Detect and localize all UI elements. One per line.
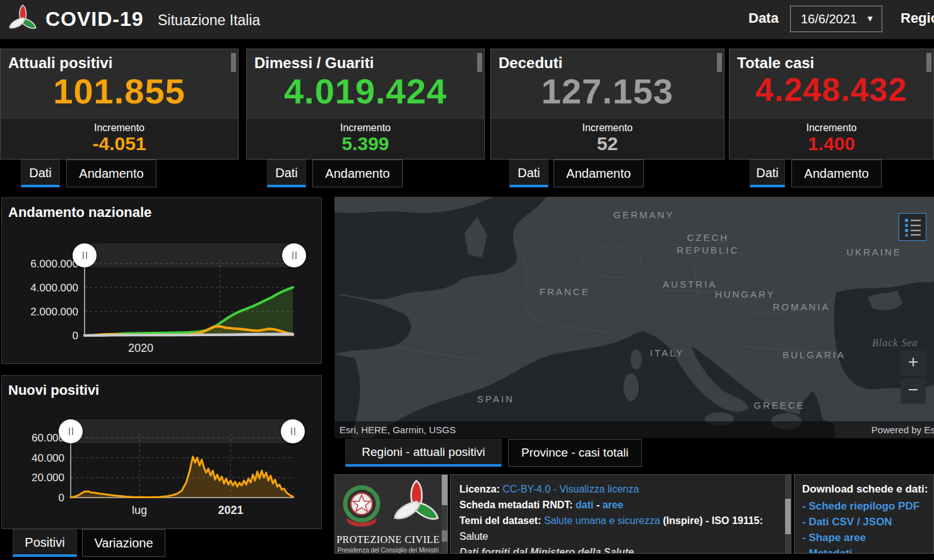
time-slider-handle-left[interactable]	[59, 419, 83, 443]
map-label-germany: GERMANY	[613, 209, 675, 221]
page-subtitle: Situazione Italia	[158, 12, 260, 29]
tab-andamento-totale[interactable]: Andamento	[791, 160, 882, 187]
svg-text:6.000.000: 6.000.000	[30, 258, 78, 270]
increment-value: -4.051	[1, 134, 238, 154]
tab-dati-deceduti[interactable]: Dati	[509, 160, 548, 187]
protezione-civile-logo-block: PROTEZIONE CIVILE Presidenza del Consigl…	[334, 474, 448, 554]
download-block: Download schede e dati: - Schede riepilo…	[794, 474, 934, 554]
legend-button[interactable]	[899, 213, 926, 241]
time-slider-handle-right[interactable]	[282, 243, 306, 267]
map-label-czech-republic: CZECH REPUBLIC	[677, 231, 739, 257]
map-label-france: FRANCE	[540, 286, 590, 298]
download-title: Download schede e dati:	[802, 481, 928, 497]
europe-map[interactable]: GERMANYCZECH REPUBLICUKRAINEFRANCEAUSTRI…	[334, 197, 934, 438]
tab-andamento-guariti[interactable]: Andamento	[312, 160, 403, 187]
increment-label: Incremento	[491, 122, 724, 134]
protezione-civile-logo-icon	[6, 4, 38, 35]
increment-label: Incremento	[1, 122, 238, 134]
tab-variazione[interactable]: Variazione	[82, 529, 165, 557]
svg-text:2.000.000: 2.000.000	[30, 306, 78, 318]
date-label: Data	[748, 10, 779, 26]
zoom-out-button[interactable]: −	[901, 378, 926, 404]
logo-title: PROTEZIONE CIVILE	[335, 534, 441, 545]
powered-by-esri: Powered by Esri	[872, 421, 934, 438]
card-increment-section: Incremento 1.400	[730, 118, 933, 159]
date-dropdown[interactable]: 16/6/2021 ▼	[790, 6, 882, 32]
svg-text:lug: lug	[132, 504, 147, 516]
card-attuali-positivi: Attuali positivi 101.855 Incremento -4.0…	[0, 49, 239, 160]
increment-value: 1.400	[730, 134, 933, 154]
zoom-in-button[interactable]: +	[901, 351, 926, 376]
time-slider-handle-right[interactable]	[281, 419, 305, 443]
map-label-spain: SPAIN	[477, 393, 514, 405]
map-attribution-bar: Esri, HERE, Garmin, USGS Powered by Esri	[334, 421, 934, 438]
license-info-block: Licenza: CC-BY-4.0 - Visualizza licenza …	[450, 474, 791, 554]
svg-text:20.000: 20.000	[32, 472, 64, 484]
tab-dati-totale[interactable]: Dati	[750, 160, 785, 187]
time-slider-track[interactable]	[71, 419, 293, 443]
dataset-suffix-plain: Salute	[459, 531, 488, 542]
download-link-shape-aree[interactable]: - Shape aree	[802, 530, 928, 545]
triblade-logo-icon	[389, 477, 441, 532]
panel-andamento-nazionale: Andamento nazionale 02.000.0004.000.0006…	[1, 197, 322, 364]
svg-text:40.000: 40.000	[32, 452, 64, 464]
svg-text:4.000.000: 4.000.000	[30, 282, 78, 294]
card-title: Deceduti	[499, 54, 562, 72]
chevron-down-icon: ▼	[866, 6, 874, 32]
italy-emblem-icon	[339, 479, 384, 533]
view-license-link[interactable]: Visualizza licenza	[560, 484, 639, 494]
download-link-dati-csv-json[interactable]: - Dati CSV / JSON	[802, 514, 928, 530]
svg-text:0: 0	[73, 330, 78, 342]
covid19-dashboard: COVID-19 Situazione Italia Data 16/6/202…	[0, 0, 934, 560]
scrollbar[interactable]	[442, 475, 447, 553]
card-value: 4.248.432	[730, 71, 933, 108]
tab-province-casi-totali[interactable]: Province - casi totali	[508, 439, 642, 467]
separator: -	[594, 499, 603, 510]
tab-dati-guariti[interactable]: Dati	[267, 160, 306, 187]
license-link[interactable]: CC-BY-4.0	[502, 484, 550, 494]
metadata-label: Scheda metadati RNDT:	[459, 499, 573, 510]
metadata-line: Scheda metadati RNDT: dati - aree	[459, 497, 786, 513]
card-value: 4.019.424	[247, 71, 484, 112]
card-scrollbar[interactable]	[231, 53, 236, 72]
card-value: 101.855	[1, 71, 238, 112]
map-label-black-sea: Black Sea	[872, 337, 918, 349]
provider-note: Dati forniti dal Ministero della Salute	[459, 544, 786, 554]
map-label-ukraine: UKRAINE	[846, 246, 902, 259]
svg-text:2020: 2020	[128, 342, 153, 354]
tab-positivi[interactable]: Positivi	[13, 529, 77, 557]
license-line: Licenza: CC-BY-4.0 - Visualizza licenza	[459, 481, 786, 497]
scrollbar[interactable]	[785, 475, 791, 553]
card-scrollbar[interactable]	[717, 53, 722, 72]
card-scrollbar[interactable]	[926, 53, 931, 72]
card-title: Totale casi	[737, 54, 814, 72]
dataset-label: Temi del dataset:	[459, 515, 541, 526]
metadata-aree-link[interactable]: aree	[603, 499, 624, 510]
time-slider-track[interactable]	[85, 243, 294, 267]
attribution-sources: Esri, HERE, Garmin, USGS	[340, 421, 456, 438]
metadata-dati-link[interactable]: dati	[576, 499, 593, 510]
map-label-greece: GREECE	[754, 399, 805, 412]
tab-andamento-attuali[interactable]: Andamento	[66, 160, 157, 187]
dataset-theme-link[interactable]: Salute umana e sicurezza	[544, 515, 660, 526]
tab-dati-attuali[interactable]: Dati	[21, 160, 60, 187]
tab-andamento-deceduti[interactable]: Andamento	[553, 160, 644, 187]
map-label-romania: ROMANIA	[773, 301, 831, 313]
card-scrollbar[interactable]	[477, 53, 482, 72]
region-label: Regione	[901, 10, 934, 26]
panel-nuovi-positivi: Nuovi positivi 020.00040.00060.000lug202…	[1, 375, 322, 529]
tab-regioni-attuali-positivi[interactable]: Regioni - attuali positivi	[345, 439, 502, 467]
time-slider-handle-left[interactable]	[73, 243, 97, 267]
chart-title: Andamento nazionale	[8, 204, 151, 221]
series-deceduti	[85, 334, 293, 335]
download-link-metadati[interactable]: - Metadati	[802, 545, 928, 554]
map-label-hungary: HUNGARY	[715, 288, 776, 301]
card-deceduti: Deceduti 127.153 Incremento 52	[490, 49, 724, 160]
date-value: 16/6/2021	[801, 12, 857, 26]
card-increment-section: Incremento 52	[491, 118, 724, 159]
increment-label: Incremento	[730, 122, 933, 134]
map-basemap	[334, 197, 934, 438]
download-link-schede-riepilogo-pdf[interactable]: - Schede riepilogo PDF	[802, 498, 928, 514]
card-totale-casi: Totale casi 4.248.432 Incremento 1.400	[729, 49, 934, 160]
nuovi-positivi-chart: 020.00040.00060.000lug2021	[2, 376, 321, 528]
